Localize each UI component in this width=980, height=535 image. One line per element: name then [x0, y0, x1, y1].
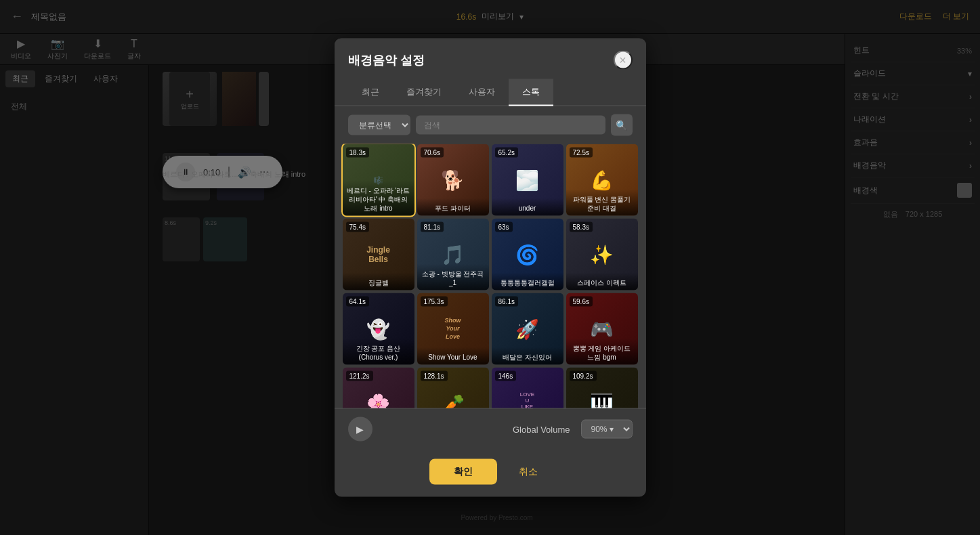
- music-label-8: 스페이스 이펙트: [566, 273, 638, 291]
- tab-recent[interactable]: 최근: [348, 79, 393, 106]
- music-label-3: under: [492, 198, 563, 216]
- tab-stock[interactable]: 스톡: [509, 79, 553, 106]
- modal-title: 배경음악 설정: [348, 52, 425, 68]
- music-duration-11: 86.1s: [495, 297, 518, 307]
- music-item-5[interactable]: JingleBells 75.4s 징글벨: [343, 219, 414, 291]
- music-item-1[interactable]: 🎼 18.3s 베르디 - 오파라 '라트리비아타' 中 축배의 노래 intr…: [343, 144, 414, 216]
- modal-bottom-bar: ▶ Global Volume 90% ▾: [335, 408, 646, 450]
- music-item-3[interactable]: 🌫️ 65.2s under: [492, 144, 563, 216]
- search-button[interactable]: 🔍: [611, 114, 633, 136]
- music-duration-2: 70.6s: [421, 148, 444, 158]
- music-duration-10: 175.3s: [421, 297, 448, 307]
- music-label-5: 징글벨: [343, 273, 414, 291]
- music-duration-5: 75.4s: [346, 222, 369, 232]
- music-label-7: 퉁퉁퉁퉁캘러캘럴: [492, 273, 563, 291]
- music-item-8[interactable]: ✨ 58.3s 스페이스 이펙트: [566, 219, 638, 291]
- modal-close-button[interactable]: ×: [614, 51, 633, 70]
- music-label-10: Show Your Love: [417, 347, 489, 365]
- music-duration-1: 18.3s: [346, 148, 369, 158]
- music-item-12[interactable]: 🎮 59.6s 뽕뽕 게임 아케이드 느낌 bgm: [566, 293, 638, 365]
- music-label-1: 베르디 - 오파라 '라트리비아타' 中 축배의 노래 intro: [343, 181, 414, 216]
- music-duration-4: 72.5s: [570, 148, 593, 158]
- music-item-16[interactable]: 🎹 109.2s 오늘의 연주: [566, 368, 638, 408]
- music-item-14[interactable]: 🥕 128.1s 당신의 마음을: [417, 368, 489, 408]
- music-label-9: 긴장 공포 음산 (Chorus ver.): [343, 339, 414, 365]
- confirm-button[interactable]: 확인: [429, 459, 497, 485]
- music-item-9[interactable]: 👻 64.1s 긴장 공포 음산 (Chorus ver.): [343, 293, 414, 365]
- music-duration-7: 63s: [495, 222, 513, 232]
- music-duration-8: 58.3s: [570, 222, 593, 232]
- music-item-11[interactable]: 🚀 86.1s 배달은 자신있어: [492, 293, 563, 365]
- music-duration-13: 121.2s: [346, 371, 373, 381]
- music-duration-12: 59.6s: [570, 297, 593, 307]
- cancel-button[interactable]: 취소: [505, 459, 551, 485]
- preview-play-button[interactable]: ▶: [348, 417, 372, 442]
- music-grid: 🎼 18.3s 베르디 - 오파라 '라트리비아타' 中 축배의 노래 intr…: [335, 144, 646, 408]
- music-duration-3: 65.2s: [495, 148, 518, 158]
- music-item-10[interactable]: ShowYourLove 175.3s Show Your Love: [417, 293, 489, 365]
- background-music-modal: 배경음악 설정 × 최근 즐겨찾기 사용자 스톡 분류선택 🔍 🎼 18.3s …: [335, 39, 646, 497]
- music-label-11: 배달은 자신있어: [492, 347, 563, 365]
- modal-header: 배경음악 설정 ×: [335, 39, 646, 79]
- modal-actions: 확인 취소: [335, 450, 646, 497]
- tab-user[interactable]: 사용자: [455, 79, 509, 106]
- music-item-15[interactable]: LOVEULIKEDO 146s Love You Like I Do: [492, 368, 563, 408]
- tab-favorites[interactable]: 즐겨찾기: [393, 79, 455, 106]
- music-label-2: 푸드 파이터: [417, 198, 489, 216]
- music-item-2[interactable]: 🐕 70.6s 푸드 파이터: [417, 144, 489, 216]
- music-duration-14: 128.1s: [421, 371, 448, 381]
- volume-select[interactable]: 90% ▾: [581, 420, 633, 439]
- music-item-4[interactable]: 💪 72.5s 파워풀 변신 몸풀기 준비 대결: [566, 144, 638, 216]
- music-label-4: 파워풀 변신 몸풀기 준비 대결: [566, 190, 638, 216]
- music-label-6: 소광 - 빗방울 전주곡_1: [417, 264, 489, 291]
- category-select[interactable]: 분류선택: [348, 115, 410, 135]
- volume-control: Global Volume 90% ▾: [513, 420, 633, 439]
- volume-label: Global Volume: [513, 424, 570, 434]
- modal-tabs: 최근 즐겨찾기 사용자 스톡: [335, 79, 646, 106]
- music-label-12: 뽕뽕 게임 아케이드 느낌 bgm: [566, 339, 638, 365]
- search-input[interactable]: [416, 116, 605, 135]
- music-item-6[interactable]: 🎵 81.1s 소광 - 빗방울 전주곡_1: [417, 219, 489, 291]
- music-duration-9: 64.1s: [346, 297, 369, 307]
- music-duration-15: 146s: [495, 371, 517, 381]
- music-duration-6: 81.1s: [421, 222, 444, 232]
- music-duration-16: 109.2s: [570, 371, 597, 381]
- music-item-7[interactable]: 🌀 63s 퉁퉁퉁퉁캘러캘럴: [492, 219, 563, 291]
- music-item-13[interactable]: 🌸 121.2s 꽃비: [343, 368, 414, 408]
- modal-search-bar: 분류선택 🔍: [335, 106, 646, 144]
